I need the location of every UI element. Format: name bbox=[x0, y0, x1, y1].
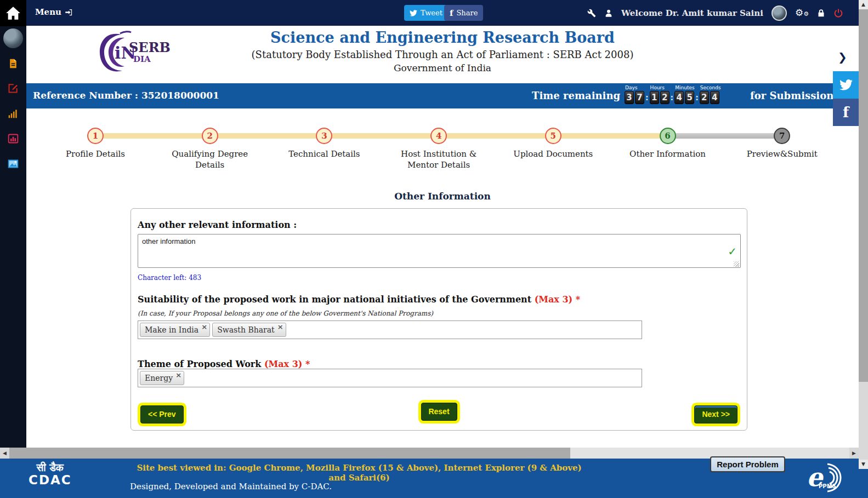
required-asterisk: * bbox=[572, 294, 580, 305]
welcome-text: Welcome Dr. Amit kumar Saini bbox=[621, 8, 763, 18]
logout-power-icon[interactable] bbox=[833, 8, 843, 18]
minutes-digits: 45 bbox=[674, 91, 695, 104]
step-3-done[interactable]: 3Technical Details bbox=[275, 128, 373, 159]
step-6-active[interactable]: 6Other Information bbox=[619, 128, 717, 159]
suitability-tag-input[interactable]: Make in India×Swasth Bharat× bbox=[138, 320, 642, 339]
scroll-left-icon[interactable]: ◀ bbox=[0, 448, 9, 459]
valid-check-icon: ✓ bbox=[728, 245, 737, 258]
signal-icon[interactable] bbox=[7, 107, 19, 119]
tweet-button[interactable]: Tweet bbox=[404, 5, 448, 21]
user-avatar[interactable] bbox=[771, 5, 787, 21]
tag-chip-label: Make in India bbox=[145, 325, 198, 334]
step-number: 4 bbox=[430, 128, 447, 144]
scroll-down-icon[interactable]: ▼ bbox=[859, 460, 868, 469]
timer-digit: 7 bbox=[635, 91, 644, 104]
page-footer: सी डैक CDAC Site best viewed in: Google … bbox=[0, 459, 868, 498]
vertical-scroll-thumb[interactable] bbox=[859, 9, 868, 382]
org-subtitle: (Statutory Body Established Through an A… bbox=[26, 49, 859, 60]
step-7-pending[interactable]: 7Preview&Submit bbox=[733, 128, 831, 159]
progress-steps: 1Profile Details2Qualifying Degree Detai… bbox=[26, 108, 859, 185]
facebook-rail-button[interactable]: f bbox=[833, 99, 859, 126]
user-icon[interactable] bbox=[604, 9, 613, 18]
twitter-rail-button[interactable] bbox=[833, 71, 859, 99]
step-label: Host Institution & Mentor Details bbox=[389, 148, 488, 171]
other-information-panel: Any other relevant information : other i… bbox=[131, 208, 747, 431]
step-label: Technical Details bbox=[275, 148, 373, 159]
edit-icon[interactable] bbox=[7, 82, 19, 94]
timer-digit: 2 bbox=[700, 91, 709, 104]
scroll-right-icon[interactable]: ▶ bbox=[849, 448, 859, 459]
eppms-logo: e PPMS bbox=[803, 460, 843, 496]
tag-chip: Swasth Bharat× bbox=[212, 323, 286, 337]
chevron-right-icon[interactable]: ❯ bbox=[838, 50, 847, 64]
report-chart-icon[interactable] bbox=[7, 133, 19, 145]
remove-tag-icon[interactable]: × bbox=[201, 323, 207, 331]
cdac-logo: सी डैक CDAC bbox=[29, 462, 72, 487]
tag-chip-label: Swasth Bharat bbox=[217, 325, 275, 334]
section-title: Other Information bbox=[26, 191, 859, 202]
tag-chip: Energy× bbox=[140, 371, 184, 385]
designed-by-text: Designed, Developed and Maintained by C-… bbox=[130, 482, 332, 491]
timer-digit: 4 bbox=[674, 91, 684, 104]
minutes-label: Minutes bbox=[674, 85, 695, 90]
suitability-label: Suitability of the proposed work in majo… bbox=[138, 294, 580, 305]
eppms-sub-text: PPMS bbox=[819, 483, 836, 489]
sidebar-user-avatar[interactable] bbox=[3, 28, 23, 48]
horizontal-scroll-thumb[interactable] bbox=[9, 448, 570, 459]
scroll-up-icon[interactable]: ▲ bbox=[859, 0, 868, 9]
vertical-scrollbar[interactable]: ▲ ▼ bbox=[859, 0, 868, 469]
theme-tag-input[interactable]: Energy× bbox=[138, 369, 642, 387]
share-label: Share bbox=[456, 9, 478, 17]
step-1-done[interactable]: 1Profile Details bbox=[46, 128, 145, 159]
menu-label: Menu bbox=[35, 7, 61, 17]
for-submission-label: for Submission bbox=[750, 90, 833, 101]
wrench-icon[interactable] bbox=[587, 9, 596, 18]
step-2-done[interactable]: 2Qualifying Degree Details bbox=[161, 128, 259, 171]
facebook-icon: f bbox=[843, 104, 849, 121]
facebook-share-button[interactable]: f Share bbox=[444, 5, 483, 21]
prev-button[interactable]: << Prev bbox=[140, 405, 184, 423]
theme-label: Theme of Proposed Work (Max 3) * bbox=[138, 359, 310, 369]
best-viewed-text: Site best viewed in: Google Chrome, Mozi… bbox=[132, 463, 587, 483]
hours-label: Hours bbox=[649, 85, 670, 90]
menu-button[interactable]: Menu bbox=[35, 7, 73, 17]
step-number: 7 bbox=[774, 128, 790, 144]
lock-icon[interactable] bbox=[817, 9, 825, 18]
step-5-done[interactable]: 5Upload Documents bbox=[504, 128, 603, 159]
top-navbar: Menu Tweet f Share Welcome Dr. Amit kuma… bbox=[26, 0, 859, 26]
tag-chip-label: Energy bbox=[145, 374, 173, 382]
cdac-latin-text: CDAC bbox=[29, 473, 72, 487]
next-button[interactable]: Next >> bbox=[694, 405, 737, 423]
remove-tag-icon[interactable]: × bbox=[277, 323, 283, 331]
serb-eppms-page: Menu Tweet f Share Welcome Dr. Amit kuma… bbox=[0, 0, 868, 498]
settings-gears-icon[interactable]: ⚙⚙ bbox=[795, 8, 809, 18]
home-icon[interactable] bbox=[0, 0, 26, 26]
twitter-icon bbox=[410, 10, 417, 16]
char-left-counter: Character left: 483 bbox=[138, 274, 201, 282]
gallery-icon[interactable] bbox=[7, 158, 19, 170]
suitability-max-label: (Max 3) bbox=[535, 294, 572, 305]
textarea-resize-handle[interactable] bbox=[734, 261, 739, 267]
other-info-textarea[interactable]: other information bbox=[138, 234, 741, 268]
seconds-digits: 24 bbox=[699, 91, 721, 104]
timer-digit: 3 bbox=[625, 91, 634, 104]
step-number: 2 bbox=[202, 128, 218, 144]
step-label: Qualifying Degree Details bbox=[161, 148, 259, 171]
time-remaining-label: Time remaining bbox=[532, 90, 620, 101]
page-header: iN SERB DIA Science and Engineering Rese… bbox=[26, 26, 859, 83]
left-sidebar bbox=[0, 0, 26, 448]
reset-button[interactable]: Reset bbox=[421, 403, 457, 421]
remove-tag-icon[interactable]: × bbox=[175, 371, 181, 379]
timer-digit: 1 bbox=[650, 91, 659, 104]
days-digits: 37 bbox=[624, 91, 645, 104]
org-tagline: Government of India bbox=[26, 62, 859, 73]
step-4-done[interactable]: 4Host Institution & Mentor Details bbox=[389, 128, 488, 171]
required-asterisk: * bbox=[302, 359, 310, 369]
other-info-label: Any other relevant information : bbox=[138, 220, 297, 230]
countdown-timer: Days37 : Hours12 : Minutes45 : Seconds24 bbox=[624, 85, 721, 104]
report-problem-button[interactable]: Report Problem bbox=[710, 456, 785, 472]
facebook-icon: f bbox=[450, 8, 453, 18]
step-label: Other Information bbox=[619, 148, 717, 159]
document-icon[interactable] bbox=[7, 58, 19, 70]
step-number: 6 bbox=[660, 128, 676, 144]
